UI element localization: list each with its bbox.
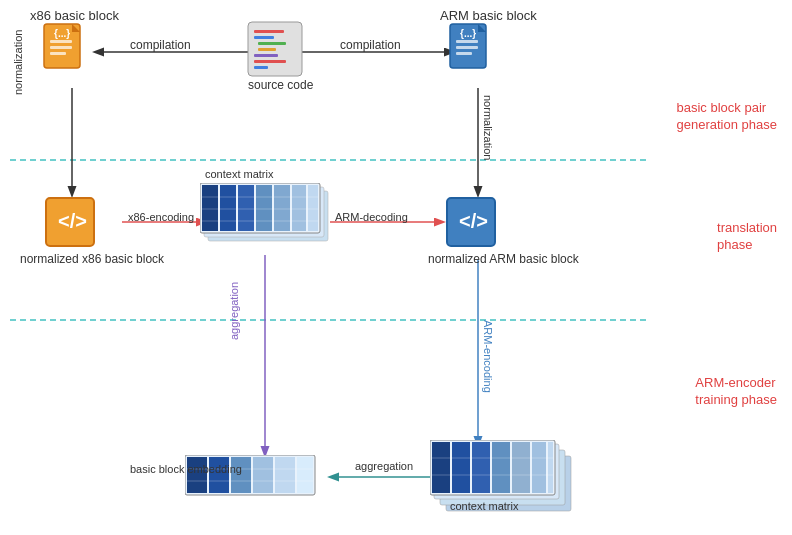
svg-rect-29 bbox=[456, 52, 472, 55]
aggregation-down-label: aggregation bbox=[228, 282, 240, 340]
normalization-left-label: normalization bbox=[12, 30, 24, 95]
svg-rect-13 bbox=[50, 40, 72, 43]
normalized-arm-icon: </> bbox=[445, 196, 497, 248]
svg-rect-22 bbox=[254, 54, 278, 57]
source-code-icon bbox=[246, 20, 304, 78]
svg-rect-64 bbox=[492, 442, 510, 493]
x86-doc-icon: {...} bbox=[42, 22, 94, 80]
svg-rect-39 bbox=[256, 185, 272, 231]
phase1-label: basic block pairgeneration phase bbox=[677, 100, 777, 134]
svg-text:{...}: {...} bbox=[54, 28, 70, 39]
svg-rect-63 bbox=[472, 442, 490, 493]
source-code-label: source code bbox=[248, 78, 313, 92]
svg-rect-21 bbox=[258, 48, 276, 51]
svg-text:</>: </> bbox=[58, 210, 87, 232]
arm-encoding-label: ARM-encoding bbox=[482, 320, 494, 393]
svg-text:</>: </> bbox=[459, 210, 488, 232]
normalized-arm-label: normalized ARM basic block bbox=[428, 252, 579, 268]
normalized-x86-icon: </> bbox=[44, 196, 96, 248]
svg-rect-40 bbox=[274, 185, 290, 231]
svg-rect-65 bbox=[512, 442, 530, 493]
svg-rect-14 bbox=[50, 46, 72, 49]
svg-rect-36 bbox=[202, 185, 218, 231]
context-matrix-bottom-label: context matrix bbox=[450, 500, 518, 512]
svg-rect-61 bbox=[432, 442, 450, 493]
x86-encoding-label: x86-encoding bbox=[128, 211, 194, 223]
svg-rect-24 bbox=[254, 66, 268, 69]
svg-rect-20 bbox=[258, 42, 286, 45]
svg-rect-52 bbox=[253, 457, 273, 493]
svg-rect-27 bbox=[456, 40, 478, 43]
normalized-x86-label: normalized x86 basic block bbox=[20, 252, 164, 268]
svg-rect-15 bbox=[50, 52, 66, 55]
svg-rect-66 bbox=[532, 442, 546, 493]
context-matrix-top bbox=[200, 183, 335, 248]
arm-decoding-label: ARM-decoding bbox=[335, 211, 408, 223]
basic-block-embedding-label: basic block embedding bbox=[130, 462, 242, 476]
svg-rect-19 bbox=[254, 36, 274, 39]
arm-basic-block-label: ARM basic block bbox=[440, 8, 537, 23]
svg-rect-41 bbox=[292, 185, 306, 231]
svg-text:{...}: {...} bbox=[460, 28, 476, 39]
svg-rect-54 bbox=[297, 457, 313, 493]
compilation-left-label: compilation bbox=[130, 38, 191, 52]
aggregation-left-label: aggregation bbox=[355, 460, 413, 472]
svg-rect-38 bbox=[238, 185, 254, 231]
phase2-label: translationphase bbox=[717, 220, 777, 254]
svg-rect-28 bbox=[456, 46, 478, 49]
phase3-label: ARM-encodertraining phase bbox=[695, 375, 777, 409]
svg-rect-37 bbox=[220, 185, 236, 231]
x86-basic-block-label: x86 basic block bbox=[30, 8, 119, 23]
svg-rect-23 bbox=[254, 60, 286, 63]
normalization-right-label: normalization bbox=[482, 95, 494, 160]
svg-rect-62 bbox=[452, 442, 470, 493]
compilation-right-label: compilation bbox=[340, 38, 401, 52]
context-matrix-top-label: context matrix bbox=[205, 168, 273, 180]
arm-doc-icon: {...} bbox=[448, 22, 500, 80]
svg-rect-18 bbox=[254, 30, 284, 33]
svg-rect-53 bbox=[275, 457, 295, 493]
svg-rect-67 bbox=[548, 442, 553, 493]
svg-rect-42 bbox=[308, 185, 318, 231]
